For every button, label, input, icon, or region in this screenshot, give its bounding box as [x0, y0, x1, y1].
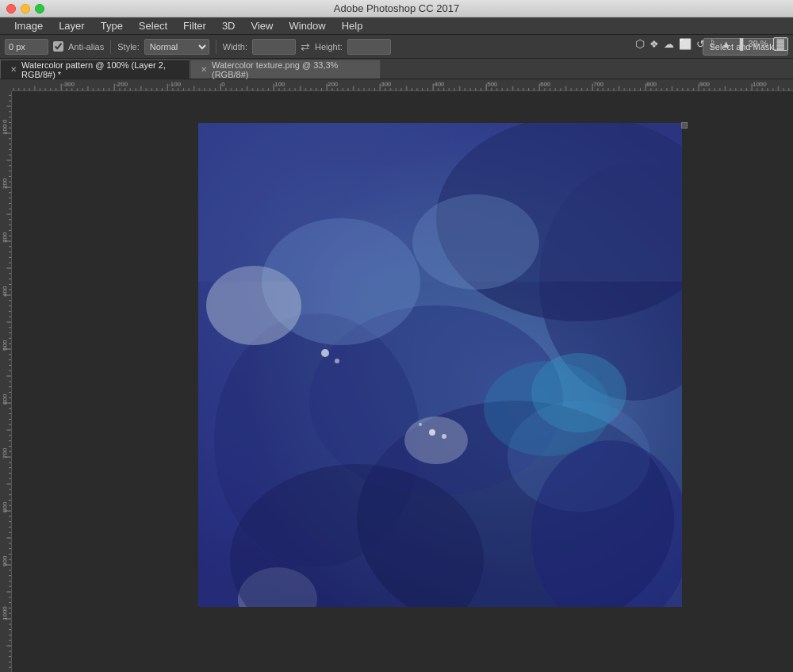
top-ruler	[12, 79, 793, 91]
tab-close-icon-1[interactable]: ✕	[10, 65, 17, 74]
height-input[interactable]	[347, 39, 391, 55]
menu-select[interactable]: Select	[131, 18, 175, 33]
speaker-icon: ▐	[736, 38, 743, 50]
style-label: Style:	[117, 42, 140, 52]
px-input[interactable]	[5, 39, 48, 55]
dropbox-icon: ❖	[649, 38, 659, 50]
svg-point-24	[321, 349, 329, 357]
window-title: Adobe Photoshop CC 2017	[334, 2, 459, 14]
maximize-button[interactable]	[35, 4, 44, 13]
anti-alias-label: Anti-alias	[68, 42, 104, 52]
close-button[interactable]	[6, 4, 16, 13]
menu-type[interactable]: Type	[93, 18, 131, 33]
battery-label: 39 %	[748, 39, 768, 48]
tabs-bar: ✕ Watercolor pattern @ 100% (Layer 2, RG…	[0, 59, 793, 79]
menu-image[interactable]: Image	[6, 18, 51, 33]
menu-view[interactable]: View	[243, 18, 282, 33]
minimize-button[interactable]	[21, 4, 30, 13]
cloud-icon: ☁	[664, 38, 674, 50]
left-ruler	[0, 91, 12, 672]
height-label: Height:	[315, 42, 343, 52]
tab-watercolor-pattern[interactable]: ✕ Watercolor pattern @ 100% (Layer 2, RG…	[0, 60, 190, 79]
width-label: Width:	[223, 42, 247, 52]
menu-bar: Image Layer Type Select Filter 3D View W…	[0, 17, 793, 35]
traffic-lights	[6, 4, 44, 13]
canvas-corner-handle	[681, 122, 688, 129]
wifi-icon: ▲	[721, 38, 731, 50]
tab-watercolor-texture[interactable]: ✕ Watercolor texture.png @ 33,3% (RGB/8#…	[190, 60, 381, 79]
document-canvas	[198, 123, 682, 607]
main-area	[0, 79, 793, 672]
menu-3d[interactable]: 3D	[214, 18, 243, 33]
divider2	[216, 40, 216, 54]
monitor-icon: ⬜	[679, 38, 691, 50]
canvas-container[interactable]	[12, 91, 793, 672]
swap-arrow-icon[interactable]: ⇄	[301, 40, 310, 53]
menu-filter[interactable]: Filter	[175, 18, 214, 33]
tab-label-2: Watercolor texture.png @ 33,3% (RGB/8#)	[212, 60, 374, 79]
bluetooth-icon: ᛒ	[710, 38, 716, 50]
tab-label-1: Watercolor pattern @ 100% (Layer 2, RGB/…	[21, 60, 183, 79]
creative-cloud-icon: ⬡	[635, 37, 645, 50]
ruler-corner	[0, 79, 12, 91]
tab-close-icon-2[interactable]: ✕	[201, 65, 207, 74]
divider1	[110, 40, 111, 54]
svg-point-22	[442, 434, 446, 439]
svg-point-25	[335, 359, 339, 363]
svg-point-21	[429, 429, 435, 436]
system-icons: ⬡ ❖ ☁ ⬜ ↺ ᛒ ▲ ▐ 39 % ▓	[635, 35, 788, 52]
width-input[interactable]	[252, 39, 296, 55]
svg-point-23	[419, 423, 422, 426]
menu-help[interactable]: Help	[334, 18, 371, 33]
time-machine-icon: ↺	[696, 38, 705, 50]
style-select[interactable]: Normal Fixed Ratio Fixed Size	[144, 39, 209, 55]
battery-icon: ▓	[773, 37, 788, 51]
menu-layer[interactable]: Layer	[51, 18, 93, 33]
anti-alias-checkbox[interactable]	[53, 41, 63, 52]
svg-rect-20	[198, 123, 682, 607]
menu-window[interactable]: Window	[281, 18, 333, 33]
title-bar: Adobe Photoshop CC 2017	[0, 0, 793, 17]
